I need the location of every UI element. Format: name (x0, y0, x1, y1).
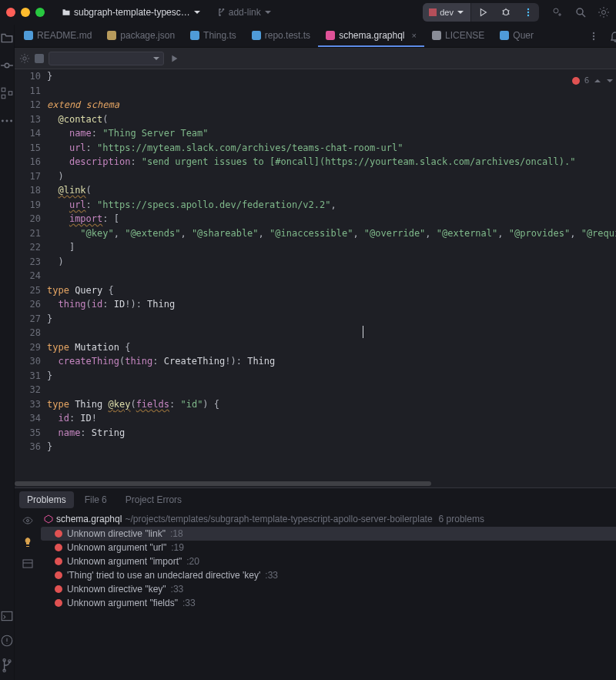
editor-tab[interactable]: schema.graphql× (318, 25, 424, 47)
run-button[interactable] (471, 3, 494, 22)
minimize-window-icon[interactable] (21, 8, 30, 17)
tab-file[interactable]: File6 (77, 491, 115, 508)
code-line[interactable]: url: "https://myteam.slack.com/archives/… (47, 141, 616, 156)
line-number: 23 (15, 255, 41, 270)
close-window-icon[interactable] (6, 8, 15, 17)
close-icon[interactable]: × (412, 31, 417, 40)
code-line[interactable]: url: "https://specs.apollo.dev/federatio… (47, 198, 616, 213)
svg-point-30 (23, 56, 26, 59)
editor-tab[interactable]: Quer (492, 25, 541, 47)
svg-marker-33 (45, 515, 52, 523)
code-line[interactable]: "@key", "@extends", "@shareable", "@inac… (47, 226, 616, 241)
layout-icon[interactable] (22, 558, 34, 570)
code-line[interactable]: description: "send urgent issues to [#on… (47, 155, 616, 169)
code-line[interactable]: } (47, 369, 616, 384)
problem-item[interactable]: Unknown argument "url" :19 (41, 541, 616, 554)
more-run-button[interactable] (517, 3, 539, 22)
commit-icon[interactable] (0, 59, 14, 72)
line-number: 22 (15, 240, 41, 255)
code-line[interactable]: ) (47, 255, 616, 270)
svg-point-6 (577, 8, 583, 15)
terminal-icon[interactable] (0, 609, 14, 623)
notifications-icon[interactable] (609, 30, 616, 42)
scrollbar-horizontal[interactable] (15, 481, 616, 487)
problems-icon[interactable] (0, 634, 14, 648)
code-line[interactable]: type Query { (47, 283, 616, 298)
vcs-icon[interactable] (0, 658, 14, 672)
problem-item[interactable]: 'Thing' tried to use an undeclared direc… (41, 568, 616, 582)
folder-icon[interactable] (0, 31, 14, 45)
tab-label: Thing.ts (203, 30, 236, 41)
panel-rail (15, 511, 41, 680)
tab-problems[interactable]: Problems (19, 491, 74, 508)
editor-tab[interactable]: repo.test.ts (244, 25, 318, 47)
code-line[interactable]: type Thing @key(fields: "id") { (47, 397, 616, 412)
svg-point-4 (527, 15, 529, 16)
code-line[interactable]: createThing(thing: CreateThing!): Thing (47, 354, 616, 369)
code-line[interactable] (47, 383, 616, 397)
stop-icon[interactable] (35, 54, 44, 63)
chevron-up-icon[interactable] (594, 77, 601, 85)
search-icon[interactable] (574, 6, 587, 18)
code-line[interactable]: ] (47, 240, 616, 255)
problem-item[interactable]: Unknown argument "fields" :33 (41, 596, 616, 610)
project-selector[interactable]: subgraph-template-typesc… (57, 5, 206, 19)
play-icon[interactable] (169, 53, 179, 64)
editor-tab[interactable]: README.md (16, 25, 99, 47)
code-line[interactable]: thing(id: ID!): Thing (47, 297, 616, 312)
inspection-summary[interactable]: 6 (572, 74, 614, 89)
npm-icon (429, 8, 437, 16)
code-line[interactable]: ) (47, 169, 616, 184)
collaborate-icon[interactable] (551, 6, 564, 18)
problem-item[interactable]: Unknown directive "link" :18 (41, 527, 616, 541)
code-line[interactable]: } (47, 69, 616, 84)
problem-item[interactable]: Unknown directive "key" :33 (41, 582, 616, 596)
line-number: 19 (15, 198, 41, 213)
code-line[interactable]: id: ID! (47, 411, 616, 426)
code-line[interactable]: import: [ (47, 212, 616, 226)
tab-overflow-button[interactable] (581, 25, 606, 47)
code-line[interactable] (47, 84, 616, 99)
file-name: schema.graphql (56, 514, 122, 524)
run-config-button[interactable]: dev (423, 3, 471, 22)
svg-point-7 (602, 11, 606, 15)
lightbulb-icon[interactable] (22, 536, 34, 548)
branch-selector[interactable]: add-link (212, 5, 276, 19)
editor-tabs: README.mdpackage.jsonThing.tsrepo.test.t… (15, 25, 616, 48)
editor-tab[interactable]: LICENSE (424, 25, 492, 47)
chevron-down-icon[interactable] (606, 77, 614, 85)
svg-rect-24 (326, 31, 335, 40)
gear-icon[interactable] (598, 6, 610, 18)
problem-item[interactable]: Unknown argument "import" :20 (41, 554, 616, 568)
line-number: 30 (15, 354, 41, 369)
chevron-down-icon (264, 8, 272, 16)
svg-point-1 (504, 10, 509, 15)
line-number: 35 (15, 426, 41, 440)
debug-button[interactable] (494, 3, 517, 22)
editor-tab[interactable]: Thing.ts (182, 25, 244, 47)
code-line[interactable]: } (47, 440, 616, 454)
code-line[interactable]: } (47, 312, 616, 327)
editor-tab[interactable]: package.json (99, 25, 182, 47)
eye-icon[interactable] (22, 514, 34, 527)
config-select[interactable] (49, 52, 164, 65)
code-line[interactable]: extend schema (47, 98, 616, 112)
problem-file-header[interactable]: schema.graphql ~/projects/templates/subg… (41, 511, 616, 527)
more-horizontal-icon[interactable] (0, 114, 14, 128)
tab-project-errors[interactable]: Project Errors (118, 491, 189, 508)
code-line[interactable]: @contact( (47, 112, 616, 127)
gear-icon[interactable] (19, 53, 30, 64)
code-line[interactable] (47, 326, 616, 340)
maximize-window-icon[interactable] (35, 8, 45, 17)
problem-line: :33 (171, 584, 184, 595)
code-line[interactable]: name: "Thing Server Team" (47, 126, 616, 141)
structure-icon[interactable] (0, 86, 14, 100)
code-editor[interactable]: 1011121314151617181920212223242526272829… (15, 69, 616, 481)
code-line[interactable]: @link( (47, 183, 616, 198)
code-area[interactable]: } extend schema @contact( name: "Thing S… (47, 69, 616, 481)
svg-point-13 (6, 120, 8, 122)
code-line[interactable] (47, 269, 616, 283)
code-line[interactable]: type Mutation { (47, 340, 616, 355)
code-line[interactable]: name: String (47, 426, 616, 440)
problem-line: :18 (170, 528, 183, 539)
